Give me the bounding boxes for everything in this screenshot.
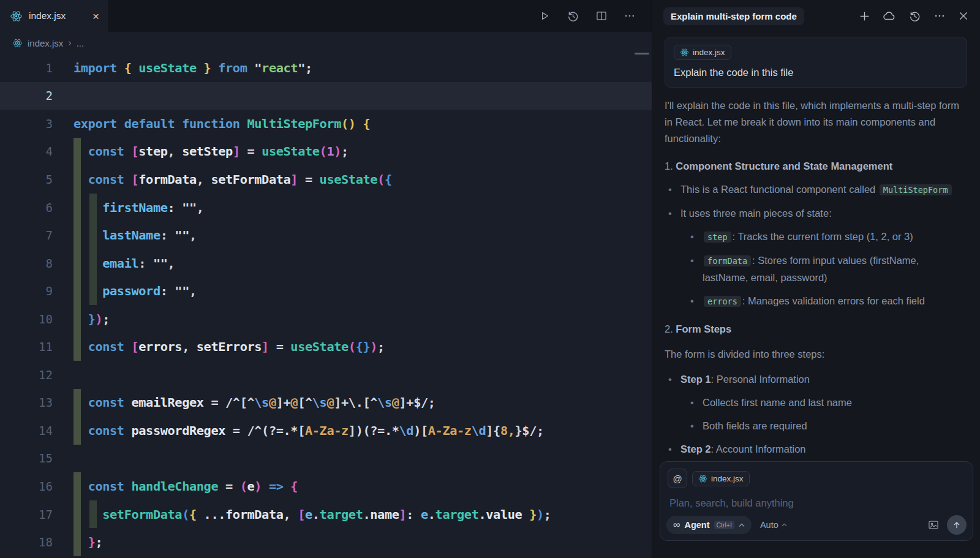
attach-image-button[interactable] — [927, 519, 940, 531]
react-icon — [680, 48, 689, 57]
react-icon — [698, 474, 707, 483]
bullet-item: Both fields are required — [687, 418, 967, 434]
breadcrumb-more[interactable]: ... — [77, 38, 85, 48]
code-text: import { useState } from "react"; — [74, 61, 312, 75]
code-line[interactable]: 2 — [0, 82, 652, 110]
code-text: export default function MultiStepForm() … — [74, 116, 370, 131]
split-editor-icon[interactable] — [595, 10, 608, 22]
line-number: 14 — [0, 424, 53, 437]
context-file-chip[interactable]: index.jsx — [692, 471, 750, 486]
inline-code: formData — [704, 255, 751, 266]
git-added-indicator — [74, 165, 81, 194]
line-number: 2 — [0, 89, 53, 102]
bullet-item: It uses three main pieces of state: — [665, 205, 967, 222]
code-line[interactable]: 17 setFormData({ ...formData, [e.target.… — [0, 500, 652, 529]
git-added-indicator — [74, 305, 81, 333]
line-number: 18 — [0, 535, 53, 549]
code-line[interactable]: 5 const [formData, setFormData] = useSta… — [0, 165, 652, 194]
close-panel-icon[interactable] — [958, 10, 969, 21]
scrollbar-thumb[interactable] — [635, 53, 649, 55]
code-line[interactable]: 7 lastName: "", — [0, 221, 652, 249]
editor-tab-bar: index.jsx × — [0, 0, 652, 32]
chevron-right-icon: › — [68, 37, 71, 48]
more-icon[interactable] — [933, 10, 946, 22]
arrow-up-icon — [952, 520, 962, 530]
composer-context-row: @ index.jsx — [668, 469, 750, 488]
git-added-indicator — [74, 472, 81, 500]
code-line[interactable]: 12 — [0, 361, 652, 389]
line-number: 17 — [0, 508, 53, 521]
new-chat-icon[interactable] — [859, 10, 870, 22]
code-line[interactable]: 8 email: "", — [0, 249, 652, 277]
code-line[interactable]: 18 }; — [0, 528, 652, 556]
add-context-button[interactable]: @ — [668, 469, 687, 488]
code-line[interactable]: 14 const passwordRegex = /^(?=.*[A-Za-z]… — [0, 417, 652, 445]
line-number: 7 — [0, 228, 53, 242]
line-number: 10 — [0, 312, 53, 326]
code-line[interactable]: 6 firstName: "", — [0, 194, 652, 222]
run-icon[interactable] — [538, 10, 551, 22]
composer-bottom-bar: ∞ Agent Ctrl+I Auto — [666, 515, 967, 535]
line-number: 12 — [0, 368, 53, 382]
line-number: 9 — [0, 284, 53, 298]
chat-composer[interactable]: @ index.jsx Plan, search, build anything… — [660, 461, 973, 541]
chevron-up-icon — [739, 523, 745, 527]
code-line[interactable]: 13 const emailRegex = /^[^\s@]+@[^\s@]+\… — [0, 389, 652, 417]
history-icon[interactable] — [567, 10, 579, 23]
code-text: const emailRegex = /^[^\s@]+@[^\s@]+\.[^… — [74, 395, 435, 410]
send-button[interactable] — [947, 515, 967, 535]
section-heading: 1. Component Structure and State Managem… — [665, 158, 967, 175]
code-line[interactable]: 3export default function MultiStepForm()… — [0, 110, 652, 138]
code-line[interactable]: 1import { useState } from "react"; — [0, 54, 652, 82]
bullet-item: This is a React functional component cal… — [665, 181, 967, 198]
ai-chat-panel: Explain multi-step form code index.jsx E… — [652, 0, 980, 558]
bullet-item: Collects first name and last name — [687, 394, 967, 411]
model-selector[interactable]: Auto — [760, 520, 787, 530]
code-text: setFormData({ ...formData, [e.target.nam… — [74, 507, 551, 522]
more-icon[interactable] — [624, 10, 636, 22]
code-editor[interactable]: 1import { useState } from "react";23expo… — [0, 54, 652, 556]
code-line[interactable]: 11 const [errors, setErrors] = useState(… — [0, 333, 652, 361]
line-number: 3 — [0, 117, 53, 130]
editor-pane: index.jsx × index.jsx › ... 1import { us… — [0, 0, 652, 558]
editor-toolbar — [538, 0, 636, 32]
chat-conversation[interactable]: index.jsx Explain the code in this file … — [652, 32, 980, 461]
breadcrumb[interactable]: index.jsx › ... — [0, 32, 652, 54]
bullet-item: formData: Stores form input values (firs… — [687, 252, 967, 286]
indent-guide — [89, 249, 97, 277]
code-line[interactable]: 16 const handleChange = (e) => { — [0, 472, 652, 500]
file-chip[interactable]: index.jsx — [674, 45, 731, 60]
at-icon: @ — [673, 473, 682, 484]
react-icon — [12, 38, 23, 48]
image-icon — [927, 519, 940, 531]
line-number: 4 — [0, 145, 53, 158]
assistant-response: I'll explain the code in this file, whic… — [665, 97, 967, 458]
chat-title[interactable]: Explain multi-step form code — [663, 7, 804, 25]
line-number: 11 — [0, 340, 53, 353]
git-added-indicator — [74, 528, 81, 556]
indent-guide — [89, 500, 97, 529]
code-text: const passwordRegex = /^(?=.*[A-Za-z])(?… — [74, 423, 544, 438]
code-line[interactable]: 10 }); — [0, 305, 652, 333]
line-number: 5 — [0, 173, 53, 186]
tab-index-jsx[interactable]: index.jsx × — [0, 0, 108, 32]
chat-history-icon[interactable] — [908, 10, 921, 23]
app-window: index.jsx × index.jsx › ... 1import { us… — [0, 0, 980, 558]
git-added-indicator — [74, 138, 81, 166]
code-line[interactable]: 4 const [step, setStep] = useState(1); — [0, 138, 652, 166]
git-added-indicator — [74, 333, 81, 361]
model-label: Auto — [760, 520, 778, 530]
paragraph: I'll explain the code in this file, whic… — [665, 97, 967, 147]
code-line[interactable]: 15 — [0, 445, 652, 473]
mode-selector[interactable]: ∞ Agent Ctrl+I — [666, 516, 752, 534]
composer-input[interactable]: Plan, search, build anything — [669, 497, 794, 509]
breadcrumb-file[interactable]: index.jsx — [28, 38, 63, 48]
close-icon[interactable]: × — [92, 10, 99, 22]
tab-title: index.jsx — [29, 10, 66, 21]
cloud-icon[interactable] — [883, 9, 896, 23]
chat-header: Explain multi-step form code — [652, 0, 980, 32]
code-line[interactable]: 9 password: "", — [0, 277, 652, 305]
line-number: 15 — [0, 451, 53, 465]
context-file-label: index.jsx — [711, 474, 744, 483]
code-text: const [formData, setFormData] = useState… — [74, 172, 392, 187]
